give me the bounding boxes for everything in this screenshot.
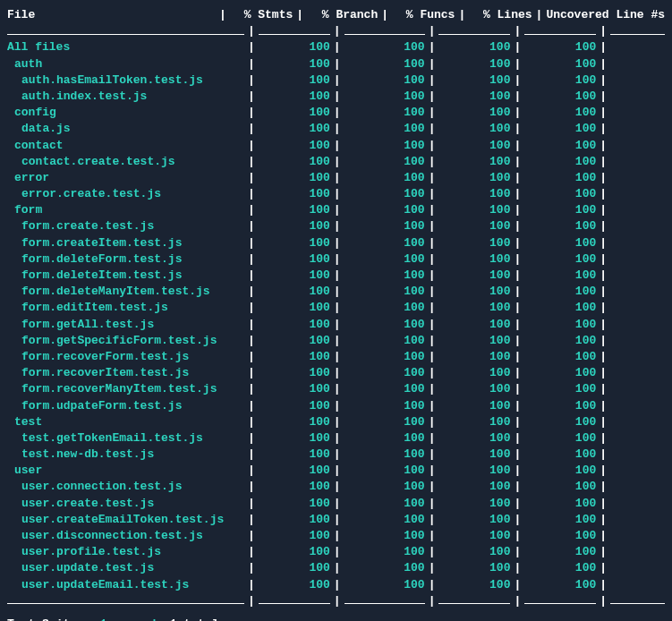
table-row: auth.hasEmailToken.test.js|100|100|100|1… (7, 72, 665, 89)
pipe-separator: | (596, 154, 610, 170)
pipe-separator: | (510, 72, 524, 89)
pipe-separator: | (293, 7, 307, 23)
metric-lines: 100 (524, 218, 596, 234)
uncovered-lines (610, 463, 665, 479)
pipe-separator: | (330, 105, 345, 121)
metric-stmts: 100 (259, 333, 330, 349)
metric-funcs: 100 (438, 235, 510, 251)
pipe-separator: | (596, 251, 610, 268)
metric-branch: 100 (345, 317, 425, 333)
metric-lines: 100 (524, 544, 596, 560)
metric-branch: 100 (345, 251, 425, 268)
table-row: form.deleteItem.test.js|100|100|100|100| (7, 268, 665, 284)
pipe-separator: | (596, 300, 610, 316)
pipe-separator: | (596, 528, 610, 544)
pipe-separator: | (330, 560, 345, 576)
pipe-separator: | (425, 251, 439, 268)
metric-lines: 100 (524, 186, 596, 202)
pipe-separator: | (244, 333, 259, 349)
metric-branch: 100 (345, 479, 425, 495)
pipe-separator: | (510, 105, 524, 121)
pipe-separator: | (330, 218, 345, 234)
pipe-separator: | (244, 479, 259, 495)
pipe-separator: | (596, 105, 610, 121)
table-row: form.deleteForm.test.js|100|100|100|100| (7, 251, 665, 268)
metric-funcs: 100 (438, 202, 510, 218)
pipe-separator: | (425, 479, 439, 495)
metric-lines: 100 (524, 39, 596, 55)
pipe-separator: | (244, 414, 259, 430)
pipe-separator: | (330, 447, 345, 463)
pipe-separator: | (425, 39, 439, 55)
pipe-separator: | (425, 218, 439, 234)
metric-stmts: 100 (259, 577, 330, 593)
metric-stmts: 100 (259, 300, 330, 316)
table-row: user.updateEmail.test.js|100|100|100|100… (7, 577, 665, 593)
table-row: auth.index.test.js|100|100|100|100| (7, 89, 665, 105)
header-file: File (7, 7, 216, 23)
uncovered-lines (610, 170, 665, 186)
header-branch: % Branch (307, 7, 378, 23)
metric-stmts: 100 (259, 381, 330, 397)
pipe-separator: | (330, 430, 345, 447)
table-row: user.createEmailToken.test.js|100|100|10… (7, 512, 665, 528)
pipe-separator: | (244, 186, 259, 202)
uncovered-lines (610, 496, 665, 512)
pipe-separator: | (425, 496, 439, 512)
file-name: auth.index.test.js (7, 89, 244, 105)
pipe-separator: | (510, 560, 524, 576)
pipe-separator: | (425, 349, 439, 365)
metric-branch: 100 (345, 300, 425, 316)
uncovered-lines (610, 414, 665, 430)
pipe-separator: | (244, 447, 259, 463)
uncovered-lines (610, 138, 665, 154)
file-name: form (7, 202, 244, 218)
pipe-separator: | (510, 284, 524, 300)
table-row: All files|100|100|100|100| (7, 39, 665, 55)
pipe-separator: | (596, 496, 610, 512)
metric-funcs: 100 (438, 300, 510, 316)
pipe-separator: | (425, 512, 439, 528)
coverage-table: File | % Stmts | % Branch | % Funcs | % … (7, 7, 665, 609)
metric-funcs: 100 (438, 414, 510, 430)
metric-lines: 100 (524, 398, 596, 414)
pipe-separator: | (425, 381, 439, 397)
header-uncovered: Uncovered Line #s (546, 7, 665, 23)
metric-lines: 100 (524, 121, 596, 137)
pipe-separator: | (510, 138, 524, 154)
file-name: error.create.test.js (7, 186, 244, 202)
metric-funcs: 100 (438, 154, 510, 170)
pipe-separator: | (596, 544, 610, 560)
metric-branch: 100 (345, 154, 425, 170)
metric-stmts: 100 (259, 544, 330, 560)
metric-funcs: 100 (438, 512, 510, 528)
metric-funcs: 100 (438, 447, 510, 463)
metric-lines: 100 (524, 235, 596, 251)
pipe-separator: | (244, 365, 259, 381)
metric-lines: 100 (524, 463, 596, 479)
pipe-separator: | (330, 333, 345, 349)
pipe-separator: | (510, 251, 524, 268)
pipe-separator: | (244, 496, 259, 512)
metric-funcs: 100 (438, 544, 510, 560)
pipe-separator: | (425, 414, 439, 430)
pipe-separator: | (510, 300, 524, 316)
pipe-separator: | (425, 300, 439, 316)
metric-branch: 100 (345, 398, 425, 414)
metric-stmts: 100 (259, 447, 330, 463)
pipe-separator: | (425, 365, 439, 381)
pipe-separator: | (510, 479, 524, 495)
metric-lines: 100 (524, 300, 596, 316)
metric-stmts: 100 (259, 560, 330, 576)
metric-lines: 100 (524, 479, 596, 495)
pipe-separator: | (330, 72, 345, 89)
pipe-separator: | (510, 317, 524, 333)
metric-funcs: 100 (438, 333, 510, 349)
pipe-separator: | (330, 528, 345, 544)
pipe-separator: | (244, 202, 259, 218)
pipe-separator: | (425, 284, 439, 300)
pipe-separator: | (596, 577, 610, 593)
pipe-separator: | (596, 430, 610, 447)
table-row: contact|100|100|100|100| (7, 138, 665, 154)
pipe-separator: | (244, 381, 259, 397)
